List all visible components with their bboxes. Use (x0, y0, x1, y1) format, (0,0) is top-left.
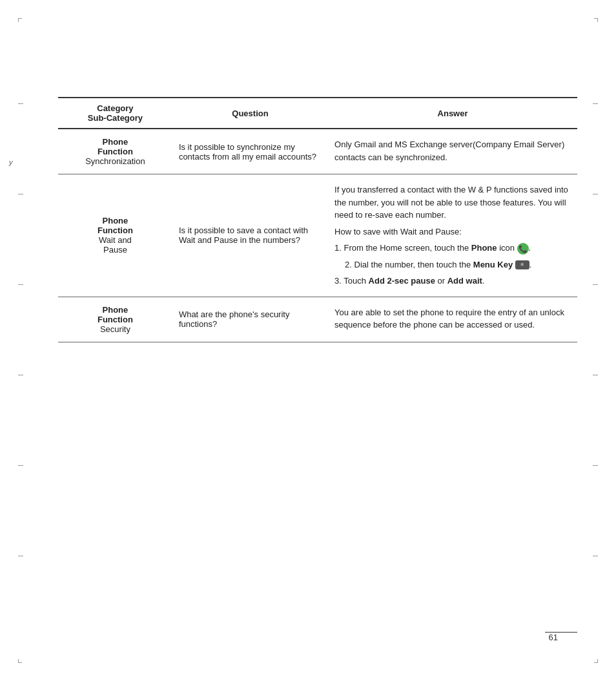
side-mark (593, 465, 598, 466)
category-bold: PhoneFunction (65, 305, 166, 324)
category-normal: Wait andPause (65, 235, 166, 255)
side-mark (593, 375, 598, 375)
question-cell: What are the phone's security functions? (172, 297, 328, 342)
answer-text-5: 3. Touch Add 2-sec pause or Add wait. (334, 275, 571, 288)
corner-mark-tl (18, 18, 22, 22)
question-cell: Is it possible to save a contact with Wa… (172, 174, 328, 297)
header-question: Question (172, 98, 328, 129)
y-label: y (9, 158, 13, 166)
corner-mark-tr (594, 18, 598, 22)
answer-cell: If you transferred a contact with the W … (328, 174, 577, 297)
category-bold: PhoneFunction (65, 216, 166, 235)
side-mark (18, 375, 23, 375)
corner-mark-bl (18, 659, 22, 663)
main-content: CategorySub-Category Question Answer Pho… (58, 97, 577, 342)
answer-text: You are able to set the phone to require… (334, 306, 571, 331)
answer-text-2: How to save with Wait and Pause: (334, 225, 571, 238)
table-row: PhoneFunction Security What are the phon… (58, 297, 577, 342)
category-cell: PhoneFunction Synchronization (58, 129, 172, 174)
side-mark (593, 194, 598, 194)
side-mark (18, 103, 23, 104)
phone-icon: 📞 (517, 243, 529, 255)
side-mark (593, 284, 598, 285)
category-bold: PhoneFunction (65, 137, 166, 156)
side-mark (593, 556, 598, 556)
side-mark (18, 465, 23, 466)
question-cell: Is it possible to synchronize my contact… (172, 129, 328, 174)
faq-table: CategorySub-Category Question Answer Pho… (58, 97, 577, 342)
table-row: PhoneFunction Wait andPause Is it possib… (58, 174, 577, 297)
corner-mark-br (594, 659, 598, 663)
header-category: CategorySub-Category (58, 98, 172, 129)
side-mark (18, 284, 23, 285)
category-cell: PhoneFunction Wait andPause (58, 174, 172, 297)
answer-text-3: 1. From the Home screen, touch the Phone… (334, 242, 571, 255)
side-mark (18, 194, 23, 194)
bold-phone: Phone (471, 243, 497, 253)
table-row: PhoneFunction Synchronization Is it poss… (58, 129, 577, 174)
menu-key-icon: ≡ (515, 260, 529, 269)
bold-add2sec: Add 2-sec pause (369, 276, 435, 286)
category-cell: PhoneFunction Security (58, 297, 172, 342)
answer-text-4: 2. Dial the number, then touch the Menu … (334, 258, 571, 271)
category-normal: Security (65, 324, 166, 334)
bold-addwait: Add wait (447, 276, 482, 286)
answer-text: Only Gmail and MS Exchange server(Compan… (334, 138, 571, 163)
bold-menu: Menu Key (473, 260, 513, 269)
side-mark (593, 103, 598, 104)
page-number: 61 (549, 633, 558, 642)
header-answer: Answer (328, 98, 577, 129)
answer-cell: You are able to set the phone to require… (328, 297, 577, 342)
category-normal: Synchronization (65, 156, 166, 166)
answer-cell: Only Gmail and MS Exchange server(Compan… (328, 129, 577, 174)
side-mark (18, 556, 23, 556)
answer-text-1: If you transferred a contact with the W … (334, 183, 571, 222)
